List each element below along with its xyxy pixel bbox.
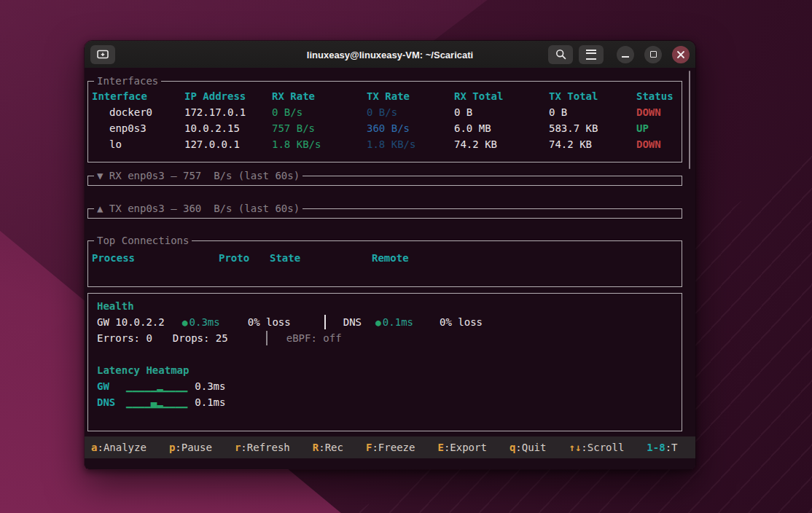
- interface-tx-rate: 0 B/s: [367, 106, 454, 118]
- maximize-button[interactable]: [644, 46, 662, 63]
- new-tab-button[interactable]: [90, 45, 115, 64]
- column-header-remote: Remote: [372, 252, 678, 264]
- window-title: linuxeasy@linuxeasy-VM: ~/Scaricati: [307, 49, 473, 60]
- key-hint-rec[interactable]: R:Rec: [313, 442, 343, 453]
- desktop-wallpaper: linuxeasy@linuxeasy-VM: ~/Scaricati: [0, 0, 812, 513]
- key-hint-freeze[interactable]: F:Freeze: [366, 442, 415, 453]
- tx-sparkline-title: ▲ TX enp0s3 — 360 B/s (last 60s): [94, 203, 302, 215]
- key-hint-export[interactable]: E:Export: [437, 442, 486, 453]
- interface-ip: 10.0.2.15: [184, 122, 272, 134]
- new-tab-icon: [97, 50, 109, 59]
- key-hint-tabs[interactable]: 1-8:T: [647, 442, 677, 453]
- divider: [324, 315, 326, 329]
- interface-rx-rate: 0 B/s: [272, 106, 367, 118]
- interface-tx-total: 74.2 KB: [549, 138, 636, 150]
- column-header-status: Status: [636, 90, 678, 102]
- search-button[interactable]: [548, 45, 573, 64]
- terminal-window: linuxeasy@linuxeasy-VM: ~/Scaricati: [84, 40, 696, 470]
- interfaces-panel: Interfaces Interface IP Address RX Rate …: [87, 81, 682, 162]
- heatmap-row-gw: GW ▁▁▁▁▁▂▁▁▁▁ 0.3ms: [97, 378, 678, 394]
- heatmap-gw-label: GW: [97, 380, 126, 392]
- minimize-icon: [622, 56, 629, 58]
- key-hint-scroll[interactable]: ↑↓:Scroll: [569, 442, 624, 453]
- interface-ip: 172.17.0.1: [184, 106, 272, 118]
- gateway-status-dot: ●: [182, 317, 188, 328]
- interface-status: UP: [636, 122, 678, 134]
- interface-name: enp0s3: [92, 122, 184, 134]
- health-title: Health: [97, 298, 678, 314]
- terminal-scrollbar[interactable]: [689, 71, 690, 169]
- health-panel: Health GW 10.0.2.2 ● 0.3ms 0% loss DNS ●…: [87, 293, 682, 431]
- rx-sparkline-panel: ▼ RX enp0s3 — 757 B/s (last 60s): [87, 176, 682, 186]
- column-header-tx-total: TX Total: [549, 90, 636, 102]
- key-hint-analyze[interactable]: a:Analyze: [91, 442, 147, 453]
- column-header-state: State: [270, 252, 372, 264]
- heatmap-dns-bars: ▁▁▁▁▄▂▁▁▁▁: [126, 396, 187, 408]
- latency-heatmap-title: Latency Heatmap: [97, 362, 678, 378]
- gateway-loss: 0% loss: [248, 316, 291, 328]
- close-icon: [676, 50, 685, 59]
- ebpf-status: eBPF: off: [286, 332, 342, 344]
- dns-loss: 0% loss: [440, 316, 483, 328]
- column-header-interface: Interface: [92, 90, 184, 102]
- key-hint-pause[interactable]: p:Pause: [169, 442, 212, 453]
- dns-label: DNS: [343, 316, 362, 328]
- column-header-proto: Proto: [219, 252, 270, 264]
- interface-rx-rate: 1.8 KB/s: [272, 138, 367, 150]
- menu-button[interactable]: [579, 45, 604, 64]
- connections-panel: Top Connections Process Proto State Remo…: [87, 240, 682, 287]
- heatmap-dns-label: DNS: [97, 396, 126, 408]
- close-button[interactable]: [672, 46, 690, 63]
- interface-ip: 127.0.0.1: [184, 138, 272, 150]
- tx-sparkline-panel: ▲ TX enp0s3 — 360 B/s (last 60s): [87, 208, 682, 219]
- rx-sparkline-title: ▼ RX enp0s3 — 757 B/s (last 60s): [94, 170, 302, 182]
- window-controls: [617, 46, 690, 63]
- interfaces-panel-title: Interfaces: [94, 75, 161, 87]
- interface-rx-total: 74.2 KB: [454, 138, 549, 150]
- interface-tx-total: 583.7 KB: [549, 122, 636, 134]
- health-errors-line: Errors: 0 Drops: 25 eBPF: off: [97, 330, 678, 346]
- interface-status: DOWN: [636, 106, 678, 118]
- minimize-button[interactable]: [617, 46, 634, 63]
- interface-name: docker0: [92, 106, 184, 118]
- column-header-rx-total: RX Total: [454, 90, 549, 102]
- interface-rx-total: 0 B: [454, 106, 549, 118]
- hamburger-menu-icon: [586, 50, 596, 60]
- column-header-process: Process: [92, 252, 219, 264]
- interface-rx-rate: 757 B/s: [272, 122, 367, 134]
- heatmap-gw-value: 0.3ms: [195, 380, 225, 392]
- search-icon: [555, 49, 566, 60]
- key-hint-quit[interactable]: q:Quit: [510, 442, 547, 453]
- heatmap-dns-value: 0.1ms: [195, 396, 225, 408]
- column-header-ip: IP Address: [184, 90, 272, 102]
- dns-status-dot: ●: [375, 317, 381, 328]
- interfaces-table: Interface IP Address RX Rate TX Rate RX …: [92, 88, 678, 152]
- key-hint-refresh[interactable]: r:Refresh: [235, 442, 290, 453]
- gateway-label: GW 10.0.2.2: [97, 316, 165, 328]
- dns-latency: 0.1ms: [383, 316, 413, 328]
- interface-tx-rate: 1.8 KB/s: [367, 138, 454, 150]
- connections-panel-title: Top Connections: [94, 235, 192, 247]
- interface-rx-total: 6.0 MB: [454, 122, 549, 134]
- health-gateway-dns-line: GW 10.0.2.2 ● 0.3ms 0% loss DNS ● 0.1ms …: [97, 314, 678, 330]
- divider: [266, 331, 268, 345]
- interface-tx-total: 0 B: [549, 106, 636, 118]
- gateway-latency: 0.3ms: [190, 316, 220, 328]
- interface-tx-rate: 360 B/s: [367, 122, 454, 134]
- heatmap-gw-bars: ▁▁▁▁▁▂▁▁▁▁: [126, 380, 187, 392]
- connections-table: Process Proto State Remote: [92, 250, 678, 266]
- interface-status: DOWN: [636, 138, 678, 150]
- maximize-icon: [650, 51, 657, 58]
- heatmap-row-dns: DNS ▁▁▁▁▄▂▁▁▁▁ 0.1ms: [97, 394, 678, 410]
- column-header-tx-rate: TX Rate: [367, 90, 454, 102]
- interface-name: lo: [92, 138, 184, 150]
- column-header-rx-rate: RX Rate: [272, 90, 367, 102]
- errors-count: Errors: 0: [97, 332, 152, 344]
- status-bar: a:Analyze p:Pause r:Refresh R:Rec F:Free…: [85, 436, 695, 458]
- titlebar[interactable]: linuxeasy@linuxeasy-VM: ~/Scaricati: [85, 41, 695, 68]
- drops-count: Drops: 25: [173, 332, 228, 344]
- terminal-screen[interactable]: Interfaces Interface IP Address RX Rate …: [85, 68, 695, 469]
